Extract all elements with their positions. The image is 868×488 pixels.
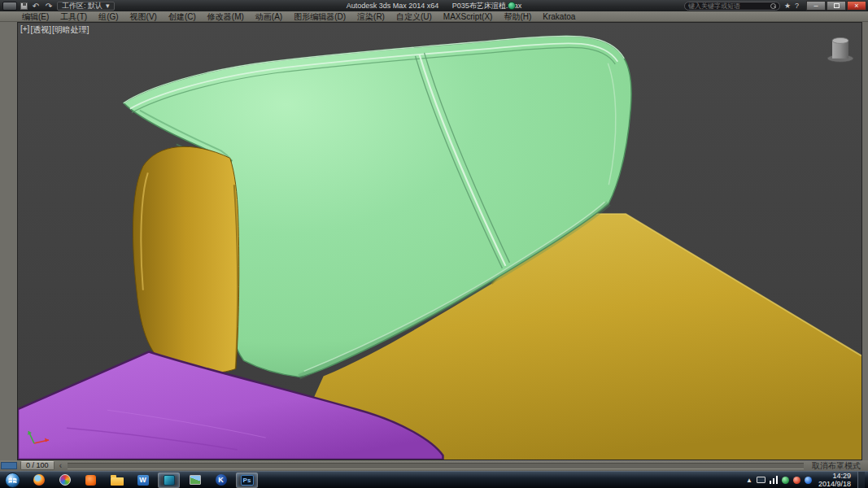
infocenter-search[interactable] — [684, 2, 780, 11]
taskbar: W K Ps ▲ 14:29 2014/9/18 — [0, 471, 868, 488]
favorites-star-icon[interactable]: ★ — [784, 2, 791, 10]
menu-item-help[interactable]: 帮助(H) — [498, 11, 537, 22]
taskbar-icons: W K Ps — [24, 473, 258, 488]
taskbar-media-player[interactable] — [80, 473, 102, 488]
workspace-label: 工作区: 默认 — [62, 2, 103, 10]
chevron-down-icon: ▾ — [106, 2, 110, 10]
restore-icon — [834, 3, 840, 8]
application-window: ↶ ↷ 工作区: 默认 ▾ Autodesk 3ds Max 2014 x64 … — [0, 0, 868, 488]
update-tray-icon[interactable] — [805, 477, 812, 484]
taskbar-folder[interactable] — [106, 473, 128, 488]
3ds-max-icon — [164, 475, 175, 486]
redo-icon[interactable]: ↷ — [44, 2, 54, 11]
taskbar-3ds-max[interactable] — [158, 473, 180, 488]
clock-time: 14:29 — [818, 472, 851, 480]
clock-date: 2014/9/18 — [818, 480, 851, 488]
taskbar-krakatoa[interactable]: K — [210, 473, 232, 488]
hidden-icons-button[interactable]: ▲ — [746, 477, 752, 484]
menu-item-create[interactable]: 创建(C) — [163, 11, 202, 22]
menu-item-maxscript[interactable]: MAXScript(X) — [438, 11, 499, 22]
menu-item-rendering[interactable]: 渲染(R) — [351, 11, 390, 22]
windows-flag-icon — [8, 476, 17, 485]
viewport-menu-plus[interactable]: [+] — [20, 24, 29, 36]
alert-tray-icon[interactable] — [793, 477, 800, 484]
antivirus-tray-icon[interactable] — [782, 477, 789, 484]
network-icon[interactable] — [770, 476, 778, 484]
status-prompt-text: 取消布罩模式 — [807, 460, 866, 472]
krakatoa-icon: K — [216, 474, 227, 486]
menu-item-tools[interactable]: 工具(T) — [55, 11, 93, 22]
menu-item-krakatoa[interactable]: Krakatoa — [537, 11, 581, 22]
viewport-label: [+] [透视] [明暗处理] — [20, 24, 89, 36]
menu-item-group[interactable]: 组(G) — [93, 11, 124, 22]
taskbar-firefox[interactable] — [28, 473, 50, 488]
viewport-menu-view[interactable]: [透视] — [30, 24, 51, 36]
pillow-mesh[interactable] — [133, 146, 238, 373]
previous-frame-button[interactable]: ‹ — [58, 461, 64, 470]
menu-item-modifiers[interactable]: 修改器(M) — [202, 11, 250, 22]
system-tray: ▲ 14:29 2014/9/18 — [746, 472, 868, 488]
display-tray-icon[interactable] — [757, 477, 765, 483]
viewport-menu-shading[interactable]: [明暗处理] — [52, 24, 89, 36]
windows-orb-icon — [5, 473, 20, 488]
folder-icon — [111, 477, 124, 486]
viewport-canvas[interactable] — [18, 23, 861, 460]
menu-item-graph-editors[interactable]: 图形编辑器(D) — [288, 11, 351, 22]
workspace-dropdown[interactable]: 工作区: 默认 ▾ — [57, 2, 115, 11]
help-icon[interactable]: ? — [795, 2, 799, 10]
work-area: [+] [透视] [明暗处理] — [0, 22, 868, 460]
menu-item-views[interactable]: 视图(V) — [124, 11, 163, 22]
perspective-viewport[interactable]: [+] [透视] [明暗处理] — [17, 22, 862, 460]
menu-item-edit[interactable]: 编辑(E) — [16, 11, 55, 22]
close-button[interactable]: × — [847, 1, 866, 11]
taskbar-image-viewer[interactable] — [184, 473, 206, 488]
trackbar-mini-box[interactable] — [1, 462, 17, 469]
undo-icon[interactable]: ↶ — [31, 2, 41, 11]
clock[interactable]: 14:29 2014/9/18 — [816, 472, 853, 488]
image-viewer-icon — [190, 475, 201, 485]
firefox-icon — [33, 474, 45, 486]
search-icon[interactable] — [770, 3, 776, 9]
time-slider-handle[interactable]: 0 / 100 — [20, 461, 55, 470]
taskbar-word[interactable]: W — [132, 473, 154, 488]
timeline-status-bar: 0 / 100 ‹ 取消布罩模式 — [0, 460, 868, 471]
search-input[interactable] — [688, 2, 768, 10]
menu-bar: 编辑(E) 工具(T) 组(G) 视图(V) 创建(C) 修改器(M) 动画(A… — [0, 11, 868, 22]
word-icon: W — [137, 475, 149, 486]
taskbar-photoshop[interactable]: Ps — [236, 473, 258, 488]
menu-item-customize[interactable]: 自定义(U) — [390, 11, 438, 22]
minimize-button[interactable]: – — [806, 1, 826, 11]
start-button[interactable] — [0, 472, 24, 488]
menu-item-animation[interactable]: 动画(A) — [250, 11, 288, 22]
title-bar: ↶ ↷ 工作区: 默认 ▾ Autodesk 3ds Max 2014 x64 … — [0, 0, 868, 11]
app-title: Autodesk 3ds Max 2014 x64 — [347, 2, 439, 10]
taskbar-browser-360[interactable] — [54, 473, 76, 488]
time-slider-track[interactable] — [68, 463, 804, 469]
show-desktop-button[interactable] — [857, 472, 865, 488]
save-icon[interactable] — [20, 2, 28, 10]
browser-360-icon — [59, 474, 71, 486]
photoshop-icon: Ps — [241, 475, 254, 486]
a360-signin-icon[interactable] — [508, 2, 516, 10]
restore-button[interactable] — [827, 1, 846, 11]
application-menu-button[interactable] — [2, 2, 17, 11]
media-player-icon — [85, 475, 96, 486]
